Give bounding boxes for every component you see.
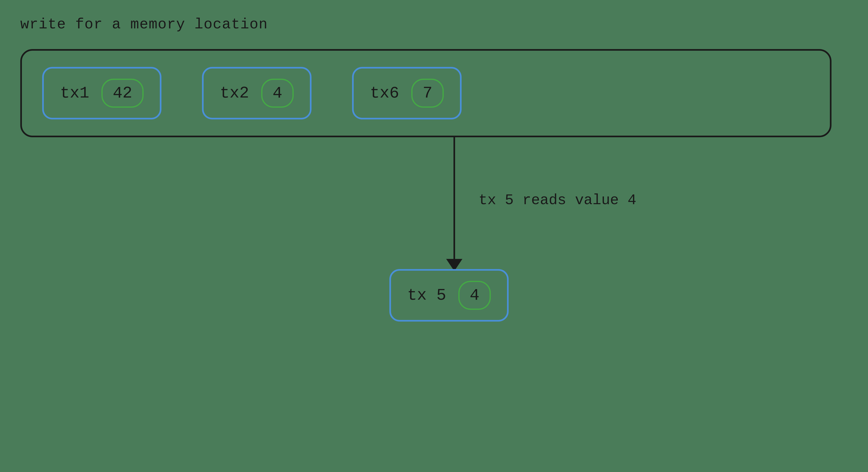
tx1-value: 42 (101, 79, 144, 108)
tx2-box: tx2 4 (202, 67, 311, 119)
tx6-label: tx6 (370, 84, 399, 102)
tx1-box: tx1 42 (42, 67, 161, 119)
page-container: write for a memory location tx1 42 tx2 4… (0, 0, 868, 472)
arrow-container (446, 137, 462, 271)
tx5-box: tx 5 4 (390, 269, 508, 321)
tx6-value: 7 (411, 79, 444, 108)
tx2-label: tx2 (220, 84, 249, 102)
tx2-value: 4 (261, 79, 294, 108)
page-title: write for a memory location (20, 16, 848, 33)
tx5-value: 4 (458, 281, 491, 310)
reads-label: tx 5 reads value 4 (478, 192, 637, 209)
tx6-box: tx6 7 (352, 67, 462, 119)
diagram-area: tx 5 reads value 4 tx 5 4 (20, 137, 848, 381)
arrow-line (454, 137, 455, 259)
tx1-label: tx1 (60, 84, 89, 102)
writers-box: tx1 42 tx2 4 tx6 7 (20, 49, 832, 137)
tx5-label: tx 5 (407, 286, 446, 305)
